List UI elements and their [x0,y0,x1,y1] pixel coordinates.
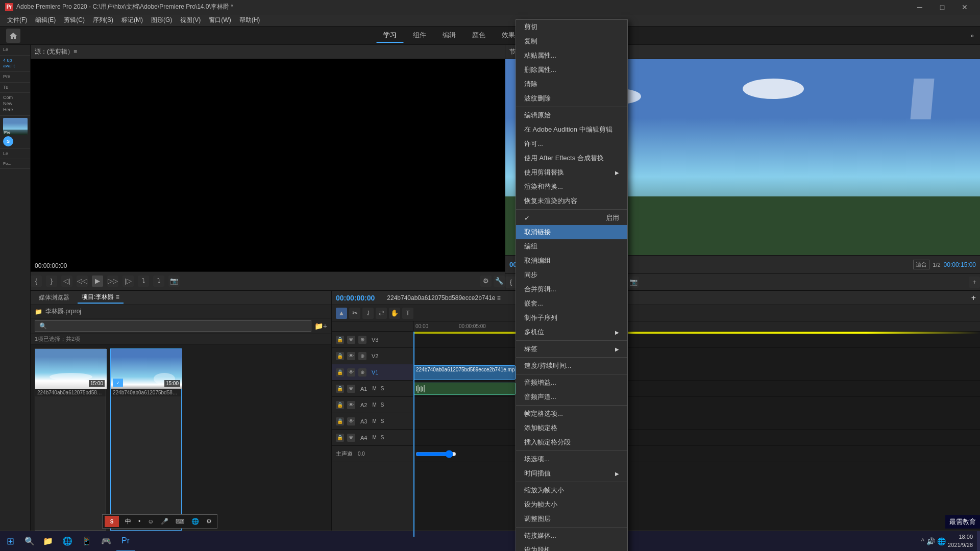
taskbar-premiere[interactable]: Pr [116,531,135,552]
source-mark-out[interactable]: } [46,276,57,287]
ime-globe[interactable]: 🌐 [188,517,202,526]
ctx-label[interactable]: 标签 [516,342,627,356]
track-eye-a2[interactable]: 👁 [347,401,355,409]
source-mark-in[interactable]: { [31,276,42,287]
ctx-enable[interactable]: 启用 [516,211,627,225]
ctx-multicam[interactable]: 多机位 [516,325,627,339]
start-button[interactable]: ⊞ [0,531,20,552]
ctx-cut[interactable]: 剪切 [516,20,627,34]
ime-settings[interactable]: ⚙ [203,517,215,526]
systray-time[interactable]: 18:00 2021/9/28 [948,533,973,549]
ime-voice[interactable]: 🎤 [158,517,172,526]
taskbar-search[interactable]: 🔍 [22,534,37,548]
ctx-render-replace[interactable]: 渲染和替换... [516,180,627,194]
ctx-clip-replace[interactable]: 使用剪辑替换 [516,165,627,180]
search-input[interactable] [47,322,307,330]
taskbar-app2[interactable]: 🎮 [97,531,115,552]
track-lock-a4[interactable]: 🔒 [336,434,344,442]
nav-more-button[interactable]: » [970,32,974,39]
tl-selection-tool[interactable]: ▲ [336,308,347,319]
ctx-audition[interactable]: 在 Adobe Audition 中编辑剪辑 [516,122,627,137]
ctx-ungroup[interactable]: 取消编组 [516,254,627,268]
master-volume-slider[interactable] [415,450,456,458]
v1-clip[interactable]: 224b740ab0a612075bd589ecce2b741e.mp4 [V] [413,365,516,380]
ctx-ripple-del[interactable]: 波纹删除 [516,91,627,106]
track-m-a4[interactable]: M [372,435,376,440]
tab-edit[interactable]: 编辑 [435,29,463,43]
ctx-set-to-frame[interactable]: 设为帧大小 [516,497,627,512]
timeline-playhead[interactable] [413,332,414,537]
menu-help[interactable]: 帮助(H) [235,15,264,26]
tab-learn[interactable]: 学习 [376,29,404,43]
track-m-a2[interactable]: M [372,402,376,408]
track-lock-v2[interactable]: 🔒 [336,352,344,360]
ime-keyboard[interactable]: ⌨ [173,517,187,526]
ime-emoji[interactable]: ☺ [144,517,157,526]
track-lock-a3[interactable]: 🔒 [336,417,344,425]
media-item-0[interactable]: 15:00 224b740ab0a612075bd589... [35,348,106,531]
tl-ripple-tool[interactable]: ⤸ [362,308,374,319]
prog-in[interactable]: { [505,277,517,288]
track-s-a2[interactable]: S [381,402,384,408]
track-m-a1[interactable]: M [372,386,376,391]
ctx-copy[interactable]: 复制 [516,34,627,48]
track-eye-a1[interactable]: 👁 [347,385,355,393]
menu-marker[interactable]: 标记(M) [117,15,147,26]
track-lock-a2[interactable]: 🔒 [336,401,344,409]
media-item-1[interactable]: ✓ 15:00 224b740ab0a612075bd589... [110,348,182,531]
track-m-a3[interactable]: M [372,418,376,424]
source-step-fwd[interactable]: ▷▷ [107,276,118,287]
tab-assembly[interactable]: 组件 [406,29,433,43]
tab-media-browser[interactable]: 媒体浏览器 [35,292,74,303]
ctx-add-frame-hold[interactable]: 添加帧定格 [516,421,627,435]
ctx-offline[interactable]: 设为脱机... [516,543,627,551]
tab-color[interactable]: 颜色 [465,29,493,43]
ctx-sync[interactable]: 同步 [516,268,627,282]
minimize-button[interactable]: ─ [910,0,930,14]
ctx-make-subsequence[interactable]: 制作子序列 [516,311,627,325]
tl-text-tool[interactable]: T [402,308,413,319]
source-export[interactable]: 📷 [168,276,180,287]
track-s-a3[interactable]: S [381,418,384,424]
ctx-ae-replace[interactable]: 使用 After Effects 合成替换 [516,151,627,165]
ctx-speed-duration[interactable]: 速度/持续时间... [516,359,627,373]
ctx-license[interactable]: 许可... [516,137,627,151]
track-sync-v3[interactable]: ⊕ [358,336,366,344]
menu-view[interactable]: 视图(V) [176,15,205,26]
ctx-adjustment[interactable]: 调整图层 [516,512,627,526]
tl-hand-tool[interactable]: ✋ [389,308,400,319]
systray-volume[interactable]: 🔊 [926,537,935,545]
menu-clip[interactable]: 剪辑(C) [60,15,89,26]
program-fit-label[interactable]: 适合 [913,260,929,269]
sidebar-thumb-pre[interactable]: Pre [3,118,28,135]
menu-window[interactable]: 窗口(W) [205,15,235,26]
source-settings[interactable]: ⚙ [480,276,492,287]
ime-chinese[interactable]: 中 [122,516,134,527]
source-insert[interactable]: ⤵ [138,276,149,287]
ctx-paste-attr[interactable]: 粘贴属性... [516,48,627,63]
track-s-a1[interactable]: S [381,386,384,391]
home-button[interactable] [6,29,20,43]
ctx-field-opts[interactable]: 场选项... [516,452,627,466]
ctx-group[interactable]: 编组 [516,239,627,254]
ctx-clear[interactable]: 清除 [516,77,627,91]
systray-network[interactable]: 🌐 [937,537,946,545]
track-sync-v1[interactable]: ⊕ [358,368,366,377]
ctx-restore-unrendered[interactable]: 恢复未渲染的内容 [516,194,627,208]
maximize-button[interactable]: □ [932,0,952,14]
track-eye-a4[interactable]: 👁 [347,434,355,442]
ctx-nest[interactable]: 嵌套... [516,296,627,311]
source-prev-frame[interactable]: ◁| [61,276,72,287]
source-play[interactable]: ▶ [92,276,103,287]
track-lock-v3[interactable]: 🔒 [336,336,344,344]
track-sync-v2[interactable]: ⊕ [358,352,366,360]
ctx-unlink[interactable]: 取消链接 [516,225,627,239]
track-lock-a1[interactable]: 🔒 [336,385,344,393]
source-step-back[interactable]: ◁◁ [77,276,88,287]
a1-clip[interactable] [413,383,516,395]
source-video[interactable]: 00:00:00:00 [31,59,505,271]
track-lock-v1[interactable]: 🔒 [336,368,344,377]
source-wrench[interactable]: 🔧 [494,276,505,287]
close-button[interactable]: ✕ [954,0,975,14]
ctx-insert-frame-hold[interactable]: 插入帧定格分段 [516,435,627,449]
